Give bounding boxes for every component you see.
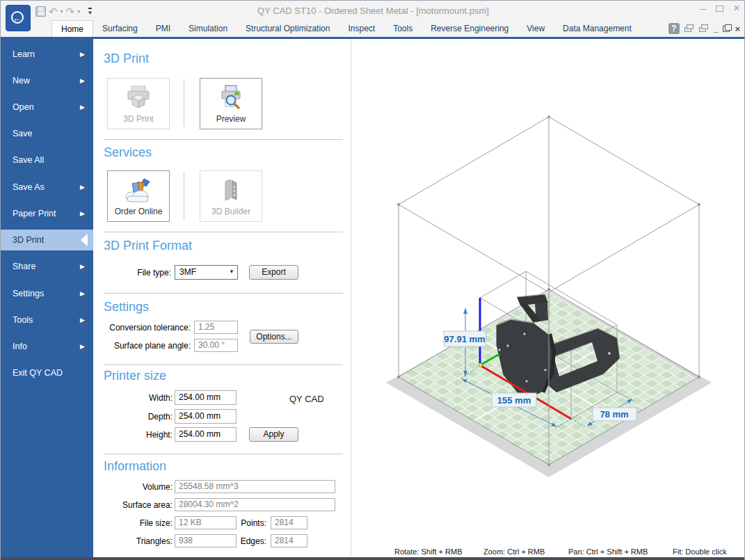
order-online-cloud-icon — [123, 177, 154, 204]
hint-zoom: Zoom: Ctrl + RMB — [483, 547, 545, 556]
hint-fit: Fit: Double click — [673, 547, 727, 556]
triangles-value: 938 — [175, 534, 237, 547]
redo-dropdown-icon[interactable]: ▾ — [77, 8, 80, 15]
redo-icon[interactable]: ↷ — [66, 6, 75, 17]
preview-button[interactable]: Preview — [200, 78, 262, 129]
sidebar-item-share[interactable]: Share▶ — [1, 256, 93, 277]
document-minimize-icon[interactable]: _ — [714, 26, 719, 31]
help-icon[interactable]: ? — [668, 23, 680, 34]
width-label: Width: — [93, 392, 173, 404]
section-heading-information: Information — [104, 459, 166, 474]
cascade-windows-icon[interactable] — [684, 24, 694, 33]
document-close-icon[interactable]: × — [735, 24, 740, 34]
customize-toolbar-icon[interactable]: ▾ — [88, 8, 92, 15]
tab-surfacing[interactable]: Surfacing — [93, 20, 147, 37]
submenu-arrow-icon: ▶ — [80, 177, 85, 198]
surface-plane-angle-input[interactable]: 30.00 ° — [194, 339, 238, 352]
sidebar-item-3d-print[interactable]: 3D Print — [1, 230, 93, 250]
tab-view[interactable]: View — [518, 20, 554, 37]
height-label: Height: — [93, 429, 173, 441]
close-icon[interactable]: × — [733, 3, 740, 13]
accent-divider — [1, 37, 745, 39]
backstage-back-button[interactable]: ← — [6, 5, 31, 31]
3d-scene[interactable]: 97.91 mm 155 mm 78 mm — [351, 39, 745, 560]
section-divider — [104, 365, 343, 365]
application-window: QY CAD ST10 - Ordered Sheet Metal - [mot… — [0, 0, 745, 560]
tab-simulation[interactable]: Simulation — [179, 20, 237, 37]
minimize-icon[interactable]: – — [700, 3, 706, 13]
ribbon-window-icons: ? _ × — [668, 21, 740, 36]
export-button[interactable]: Export — [249, 265, 298, 280]
sidebar-item-info[interactable]: Info▶ — [1, 336, 93, 357]
tab-structural-optimization[interactable]: Structural Optimization — [237, 20, 339, 37]
section-heading-services: Services — [104, 145, 152, 160]
titlebar: QY CAD ST10 - Ordered Sheet Metal - [mot… — [1, 1, 745, 20]
3d-print-button[interactable]: 3D Print — [107, 78, 170, 129]
tab-data-management[interactable]: Data Management — [554, 20, 641, 37]
hint-pan: Pan: Ctrl + Shift + RMB — [568, 547, 648, 556]
window-bottom-border — [1, 557, 745, 560]
options-button[interactable]: Options... — [250, 330, 298, 344]
tab-home[interactable]: Home — [51, 20, 93, 37]
3d-builder-icon — [217, 177, 245, 204]
hint-rotate: Rotate: Shift + RMB — [394, 547, 463, 556]
sidebar-item-new[interactable]: New▶ — [1, 70, 93, 91]
submenu-arrow-icon: ▶ — [80, 44, 85, 65]
width-input[interactable]: 254.00 mm — [175, 390, 237, 405]
triangles-label: Triangles: — [93, 535, 173, 547]
conversion-tolerance-input[interactable]: 1.25 — [194, 321, 238, 334]
ribbon-tab-bar: Home Surfacing PMI Simulation Structural… — [1, 20, 745, 37]
document-restore-icon[interactable] — [723, 26, 730, 32]
section-heading-3d-print: 3D Print — [104, 51, 149, 66]
surface-plane-angle-label: Surface plane angle: — [93, 339, 191, 352]
apply-button[interactable]: Apply — [249, 427, 298, 442]
file-type-combobox[interactable]: 3MF ▼ — [175, 265, 238, 280]
sidebar-item-save-as[interactable]: Save As▶ — [1, 177, 93, 198]
tab-reverse-engineering[interactable]: Reverse Engineering — [422, 20, 518, 37]
sidebar-item-open[interactable]: Open▶ — [1, 97, 93, 118]
svg-text:155 mm: 155 mm — [497, 395, 531, 406]
backstage-panel: 3D Print 3D Print Preview — [93, 39, 351, 560]
edges-label: Edges: — [232, 535, 266, 547]
section-divider — [104, 232, 343, 232]
sidebar-item-paper-print[interactable]: Paper Print▶ — [1, 203, 93, 224]
tab-tools[interactable]: Tools — [384, 20, 422, 37]
tile-windows-icon[interactable] — [699, 24, 709, 33]
file-size-label: File size: — [93, 517, 173, 529]
svg-text:97.91 mm: 97.91 mm — [444, 334, 485, 344]
volume-value: 25548.58 mm^3 — [175, 480, 335, 493]
svg-text:78 mm: 78 mm — [600, 409, 628, 419]
depth-input[interactable]: 254.00 mm — [175, 409, 237, 424]
conversion-tolerance-label: Conversion tolerance: — [93, 321, 191, 334]
save-icon[interactable] — [35, 6, 46, 17]
points-label: Points: — [232, 517, 266, 529]
maximize-icon[interactable] — [716, 6, 723, 12]
file-size-value: 12 KB — [175, 516, 237, 529]
3d-builder-button[interactable]: 3D Builder — [200, 170, 262, 222]
sidebar-item-save[interactable]: Save — [1, 123, 93, 144]
divider — [184, 172, 184, 219]
undo-dropdown-icon[interactable]: ▾ — [61, 8, 63, 15]
quick-access-toolbar: ↶ ▾ ↷ ▾ ▾ — [35, 3, 92, 19]
volume-label: Volume: — [93, 481, 173, 493]
tab-inspect[interactable]: Inspect — [339, 20, 384, 37]
height-input[interactable]: 254.00 mm — [175, 427, 237, 442]
sidebar-item-tools[interactable]: Tools▶ — [1, 310, 93, 330]
surface-area-label: Surface area: — [93, 499, 173, 511]
order-online-button[interactable]: Order Online — [107, 170, 170, 222]
sidebar-item-save-all[interactable]: Save All — [1, 150, 93, 170]
selected-item-wedge — [81, 234, 88, 246]
sidebar-item-exit[interactable]: Exit QY CAD — [1, 362, 93, 383]
printer-brand-label: QY CAD — [289, 394, 324, 404]
chevron-down-icon: ▼ — [229, 269, 234, 275]
edges-value: 2814 — [271, 534, 307, 547]
section-divider — [104, 293, 343, 294]
sidebar-item-settings[interactable]: Settings▶ — [1, 283, 93, 304]
file-type-value: 3MF — [179, 267, 196, 277]
sidebar-item-learn[interactable]: Learn▶ — [1, 44, 93, 65]
submenu-arrow-icon: ▶ — [80, 256, 85, 277]
undo-icon[interactable]: ↶ — [49, 6, 58, 17]
section-divider — [104, 139, 343, 140]
tab-pmi[interactable]: PMI — [147, 20, 179, 37]
submenu-arrow-icon: ▶ — [80, 70, 85, 91]
